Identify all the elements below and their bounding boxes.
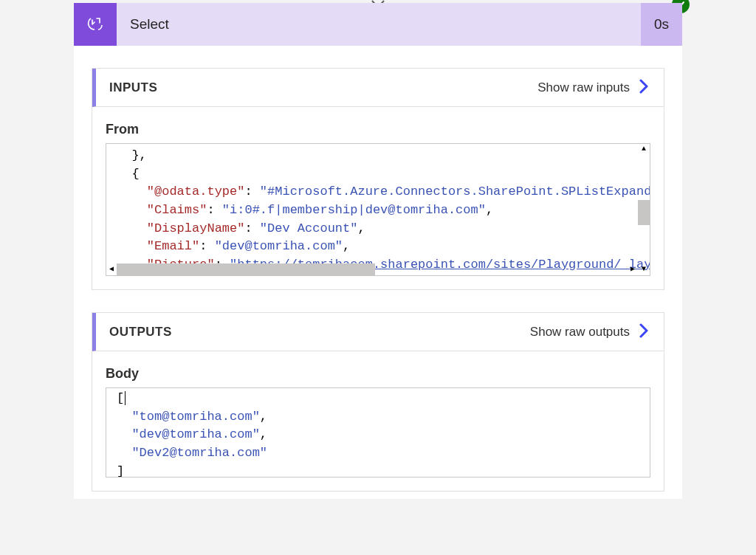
from-field-label: From <box>106 122 650 137</box>
inputs-panel-title: INPUTS <box>109 80 537 95</box>
chevron-right-icon[interactable] <box>637 79 650 96</box>
action-duration: 0s <box>641 3 682 46</box>
outputs-panel-header: OUTPUTS Show raw outputs <box>92 313 664 351</box>
action-header[interactable]: Select 0s <box>74 3 682 46</box>
from-json-viewer[interactable]: }, { "@odata.type": "#Microsoft.Azure.Co… <box>106 143 650 276</box>
scroll-left-arrow-icon[interactable]: ◀ <box>106 263 117 275</box>
body-json-viewer[interactable]: [ "tom@tomriha.com", "dev@tomriha.com", … <box>106 387 650 478</box>
scroll-right-arrow-icon[interactable]: ▶ <box>628 263 638 275</box>
show-raw-inputs-link[interactable]: Show raw inputs <box>537 80 630 95</box>
outputs-panel: OUTPUTS Show raw outputs Body [ "tom@tom… <box>92 312 664 492</box>
scroll-up-arrow-icon[interactable]: ▲ <box>638 144 650 154</box>
inputs-panel: INPUTS Show raw inputs From }, { "@odata… <box>92 68 664 290</box>
show-raw-outputs-link[interactable]: Show raw outputs <box>530 325 630 339</box>
vertical-scroll-thumb[interactable] <box>638 200 650 225</box>
chevron-right-icon[interactable] <box>637 323 650 340</box>
scroll-down-arrow-icon[interactable]: ▼ <box>638 263 650 275</box>
outputs-panel-title: OUTPUTS <box>109 325 530 339</box>
horizontal-scroll-thumb[interactable] <box>117 263 375 275</box>
body-field-label: Body <box>106 366 650 382</box>
select-action-icon <box>74 3 117 46</box>
text-caret <box>125 391 126 405</box>
horizontal-scrollbar[interactable]: ◀ ▶ ▼ <box>106 263 650 275</box>
vertical-scrollbar[interactable]: ▲ <box>638 144 650 263</box>
action-title: Select <box>117 16 641 32</box>
action-card: Select 0s INPUTS Show raw inputs From },… <box>74 3 682 499</box>
inputs-panel-header: INPUTS Show raw inputs <box>92 69 664 107</box>
